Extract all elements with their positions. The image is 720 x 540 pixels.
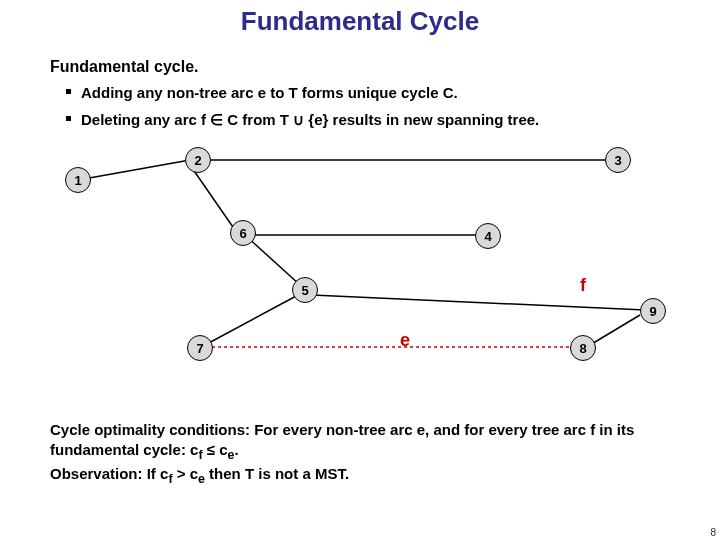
bullet-text: Deleting any arc f ∈ C from T ∪ {e} resu… [81, 109, 539, 132]
optimality-label: Cycle optimality conditions: [50, 421, 250, 438]
bullet-list: Adding any non-tree arc e to T forms uni… [66, 82, 539, 135]
svg-line-5 [205, 295, 298, 345]
svg-line-0 [78, 160, 190, 180]
graph-node-8: 8 [570, 335, 596, 361]
bullet-dot-icon [66, 116, 71, 121]
bullet-item: Adding any non-tree arc e to T forms uni… [66, 82, 539, 105]
slide: Fundamental Cycle Fundamental cycle. Add… [0, 0, 720, 540]
svg-line-2 [190, 165, 235, 230]
svg-line-7 [590, 315, 640, 345]
graph-node-5: 5 [292, 277, 318, 303]
bullet-text: Adding any non-tree arc e to T forms uni… [81, 82, 458, 105]
svg-line-6 [312, 295, 645, 310]
svg-line-3 [245, 235, 300, 285]
graph-node-3: 3 [605, 147, 631, 173]
graph-diagram: 1 2 3 4 5 6 7 8 9 f e [50, 135, 670, 395]
edge-label-f: f [580, 275, 586, 296]
subtitle: Fundamental cycle. [50, 58, 199, 76]
page-number: 8 [710, 527, 716, 538]
optimality-line: Cycle optimality conditions: For every n… [50, 420, 680, 464]
bullet-dot-icon [66, 89, 71, 94]
bottom-text: Cycle optimality conditions: For every n… [50, 420, 680, 488]
slide-title: Fundamental Cycle [0, 6, 720, 37]
graph-node-2: 2 [185, 147, 211, 173]
graph-node-1: 1 [65, 167, 91, 193]
graph-node-9: 9 [640, 298, 666, 324]
graph-node-6: 6 [230, 220, 256, 246]
observation-label: Observation: [50, 465, 143, 482]
graph-node-7: 7 [187, 335, 213, 361]
edge-label-e: e [400, 330, 410, 351]
bullet-item: Deleting any arc f ∈ C from T ∪ {e} resu… [66, 109, 539, 132]
observation-line: Observation: If cf > ce then T is not a … [50, 464, 680, 488]
graph-node-4: 4 [475, 223, 501, 249]
